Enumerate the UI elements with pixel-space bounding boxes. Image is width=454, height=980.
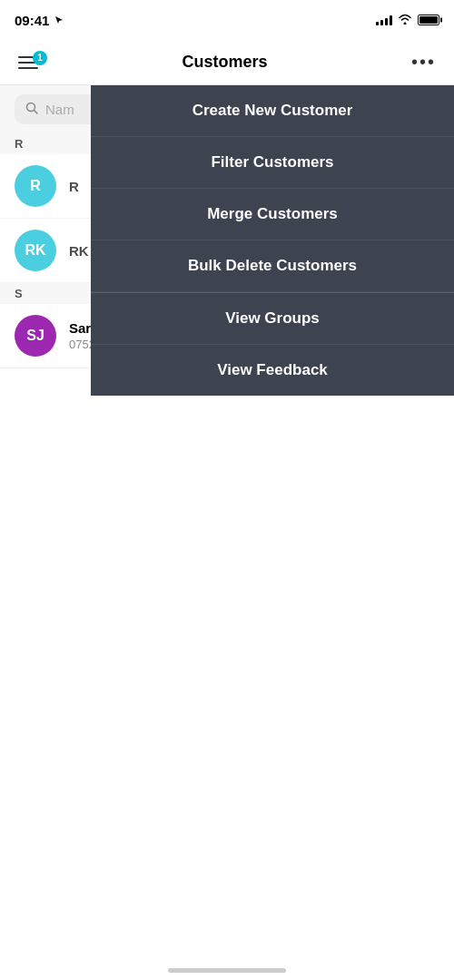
dropdown-menu: Create New Customer Filter Customers Mer…: [91, 85, 454, 396]
page-title: Customers: [182, 53, 267, 72]
bulk-delete-customers-button[interactable]: Bulk Delete Customers: [91, 240, 454, 292]
search-icon: [25, 102, 38, 117]
search-input[interactable]: Nam: [45, 102, 74, 117]
avatar: SJ: [15, 315, 56, 357]
customer-info: RK: [69, 243, 89, 259]
status-bar: 09:41: [0, 0, 454, 40]
filter-customers-button[interactable]: Filter Customers: [91, 137, 454, 189]
status-time: 09:41: [15, 13, 49, 28]
view-groups-button[interactable]: View Groups: [91, 293, 454, 345]
signal-bars-icon: [376, 15, 392, 25]
svg-line-1: [35, 111, 38, 114]
status-icons: [376, 14, 439, 27]
avatar: RK: [15, 230, 56, 271]
home-indicator: [168, 968, 286, 973]
create-new-customer-button[interactable]: Create New Customer: [91, 85, 454, 137]
merge-customers-button[interactable]: Merge Customers: [91, 189, 454, 240]
customer-info: R: [69, 179, 79, 194]
menu-button[interactable]: 1: [15, 53, 42, 73]
view-feedback-button[interactable]: View Feedback: [91, 345, 454, 396]
avatar: R: [15, 165, 56, 207]
location-arrow-icon: [54, 15, 64, 24]
battery-icon: [418, 15, 439, 25]
nav-bar: 1 Customers •••: [0, 40, 454, 85]
nav-badge: 1: [33, 51, 47, 65]
wifi-icon: [398, 14, 412, 27]
more-options-button[interactable]: •••: [408, 48, 439, 76]
